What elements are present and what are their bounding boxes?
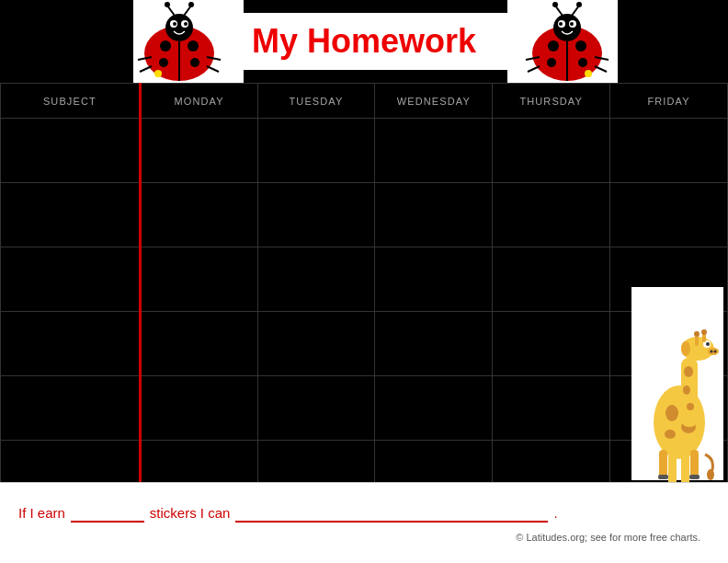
subject-cell: [1, 183, 141, 247]
data-cell: [140, 119, 257, 183]
svg-point-53: [711, 350, 713, 353]
svg-point-39: [585, 70, 592, 77]
subject-cell: [1, 247, 141, 312]
svg-point-33: [576, 2, 582, 7]
data-cell: [257, 183, 375, 247]
data-cell: [493, 119, 610, 183]
col-tuesday: Tuesday: [257, 84, 375, 119]
svg-point-56: [694, 331, 700, 337]
data-cell: [493, 247, 610, 312]
data-cell: [257, 312, 375, 376]
svg-point-59: [681, 341, 690, 356]
svg-rect-68: [689, 475, 700, 479]
svg-point-43: [665, 430, 676, 439]
data-cell: [140, 247, 257, 312]
footer-incentive-line: If I earn stickers I can .: [18, 504, 710, 523]
svg-point-6: [165, 14, 193, 41]
col-friday: Friday: [610, 84, 728, 119]
svg-line-37: [528, 66, 540, 72]
svg-point-19: [154, 70, 162, 77]
data-cell: [140, 312, 257, 376]
svg-point-30: [559, 22, 563, 26]
svg-point-26: [553, 14, 581, 41]
table-row: [1, 119, 728, 183]
svg-line-15: [140, 66, 152, 72]
data-cell: [493, 312, 610, 376]
svg-point-14: [188, 2, 194, 7]
svg-line-35: [595, 66, 607, 72]
svg-point-3: [188, 40, 199, 52]
svg-point-23: [548, 40, 559, 52]
subject-cell: [1, 312, 141, 376]
svg-point-9: [173, 22, 176, 26]
svg-point-60: [707, 469, 714, 480]
data-cell: [140, 376, 257, 441]
col-wednesday: Wednesday: [375, 84, 493, 119]
svg-point-34: [552, 2, 558, 7]
data-cell: [257, 119, 375, 183]
svg-point-29: [570, 22, 574, 26]
svg-point-4: [159, 58, 168, 67]
footer-suffix: .: [553, 505, 557, 521]
data-cell: [375, 312, 493, 376]
svg-line-17: [207, 66, 219, 72]
page-wrapper: My Homework: [0, 0, 728, 563]
homework-table: SUBJECT Monday Tuesday Wednesday Thursda…: [0, 83, 728, 505]
svg-rect-62: [681, 453, 689, 482]
svg-point-13: [165, 2, 170, 7]
data-cell: [610, 183, 728, 247]
svg-point-10: [184, 22, 188, 26]
page-title: My Homework: [252, 22, 476, 60]
footer-prefix: If I earn: [18, 505, 65, 521]
svg-point-5: [190, 58, 199, 67]
col-monday: Monday: [140, 84, 257, 119]
svg-point-41: [665, 405, 678, 421]
svg-point-58: [701, 329, 707, 335]
data-cell: [375, 247, 493, 312]
svg-rect-63: [659, 450, 667, 477]
svg-point-54: [714, 350, 717, 353]
svg-point-22: [575, 40, 586, 52]
svg-point-46: [684, 366, 693, 377]
table-row: [1, 312, 728, 376]
footer: If I earn stickers I can . © Latitudes.o…: [0, 482, 728, 563]
table-row: [1, 183, 728, 247]
data-cell: [375, 183, 493, 247]
data-cell: [493, 183, 610, 247]
ladybug-left-icon: [119, 0, 239, 83]
svg-rect-64: [690, 450, 699, 477]
stickers-count-field[interactable]: [71, 504, 144, 523]
svg-point-48: [687, 403, 694, 410]
data-cell: [493, 376, 610, 441]
data-cell: [140, 183, 257, 247]
col-thursday: Thursday: [493, 84, 610, 119]
svg-point-51: [706, 342, 710, 346]
reward-field[interactable]: [235, 504, 548, 523]
svg-point-47: [683, 385, 690, 395]
svg-point-25: [547, 58, 556, 67]
giraffe-icon: [631, 287, 723, 480]
svg-rect-67: [658, 475, 668, 479]
svg-point-52: [708, 348, 719, 355]
data-cell: [375, 376, 493, 441]
footer-middle: stickers I can: [150, 505, 231, 521]
header: My Homework: [0, 0, 728, 83]
subject-cell: [1, 119, 141, 183]
data-cell: [610, 119, 728, 183]
svg-point-24: [578, 58, 587, 67]
subject-cell: [1, 376, 141, 441]
col-subject: SUBJECT: [1, 84, 141, 119]
svg-point-2: [160, 40, 171, 52]
data-cell: [375, 119, 493, 183]
svg-rect-61: [668, 453, 677, 482]
data-cell: [257, 376, 375, 441]
table-row: [1, 376, 728, 441]
table-area: SUBJECT Monday Tuesday Wednesday Thursda…: [0, 83, 728, 482]
data-cell: [257, 247, 375, 312]
ladybug-right-icon: [507, 0, 627, 83]
copyright-text: © Latitudes.org; see for more free chart…: [18, 532, 710, 543]
table-row: [1, 247, 728, 312]
